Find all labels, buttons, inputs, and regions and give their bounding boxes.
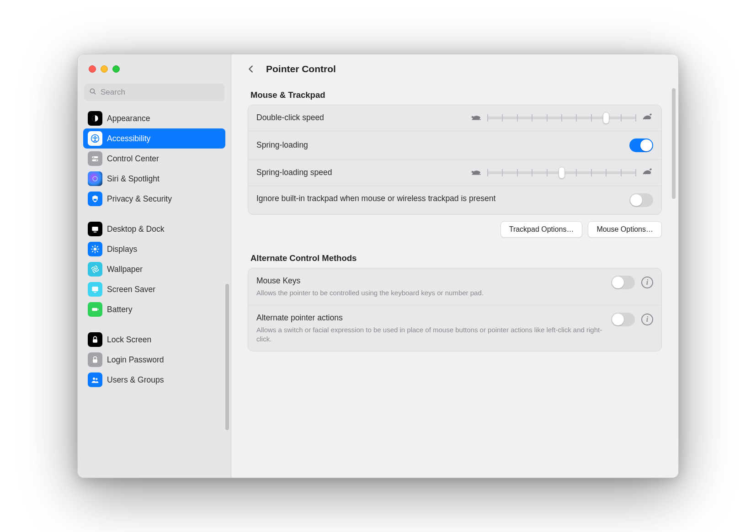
row-mouse-keys: Mouse Keys Allows the pointer to be cont… [248, 268, 661, 305]
sidebar-item-label: Wallpaper [107, 265, 143, 274]
spring-loading-toggle[interactable] [629, 138, 653, 152]
svg-rect-5 [92, 156, 98, 158]
ignore-trackpad-toggle[interactable] [629, 193, 653, 207]
displays-icon [88, 242, 102, 256]
search-field[interactable] [84, 84, 224, 101]
accessibility-icon [88, 131, 102, 146]
sidebar-item-lock-screen[interactable]: Lock Screen [83, 330, 225, 350]
sidebar-item-screen-saver[interactable]: Screen Saver [83, 279, 225, 299]
svg-rect-6 [92, 160, 98, 161]
sidebar-item-label: Lock Screen [107, 335, 151, 345]
back-button[interactable] [244, 62, 258, 76]
svg-rect-11 [94, 232, 97, 233]
sidebar-item-label: Accessibility [107, 134, 150, 144]
mouse-keys-toggle[interactable] [611, 276, 635, 289]
sidebar-item-displays[interactable]: Displays [83, 239, 225, 259]
svg-line-1 [94, 92, 96, 94]
content-scrollbar[interactable] [672, 88, 676, 199]
trackpad-options-button[interactable]: Trackpad Options… [500, 221, 583, 238]
svg-point-8 [96, 160, 97, 161]
svg-rect-25 [98, 309, 99, 310]
row-spring-loading: Spring-loading [248, 131, 661, 160]
alt-pointer-toggle[interactable] [611, 313, 635, 326]
sidebar-item-login-password[interactable]: Login Password [83, 350, 225, 370]
screensaver-icon [88, 282, 102, 297]
svg-point-30 [471, 116, 474, 118]
search-input[interactable] [101, 88, 220, 97]
sidebar-item-privacy-security[interactable]: Privacy & Security [83, 189, 225, 209]
login-icon [88, 352, 102, 367]
users-icon [88, 372, 102, 387]
svg-point-9 [93, 176, 97, 181]
svg-rect-10 [92, 227, 98, 231]
svg-point-7 [93, 157, 94, 158]
hare-icon [641, 167, 653, 178]
section-title-alt-control: Alternate Control Methods [250, 253, 662, 263]
main-pane: Pointer Control Mouse & Trackpad Double-… [231, 54, 678, 478]
tortoise-icon [470, 112, 482, 123]
mouse-options-button[interactable]: Mouse Options… [588, 221, 662, 238]
svg-line-18 [97, 251, 98, 252]
sidebar-item-label: Appearance [107, 114, 150, 123]
control-center-icon [88, 151, 102, 166]
privacy-icon [88, 192, 102, 206]
svg-rect-22 [92, 287, 98, 291]
wallpaper-icon [88, 262, 102, 277]
minimize-button[interactable] [101, 65, 108, 73]
page-header: Pointer Control [231, 54, 678, 84]
sidebar-item-label: Privacy & Security [107, 194, 172, 204]
row-label: Spring-loading speed [256, 167, 462, 178]
svg-point-31 [471, 171, 474, 173]
page-title: Pointer Control [266, 64, 336, 74]
sidebar-scrollbar[interactable] [225, 284, 229, 430]
sidebar-item-label: Desktop & Dock [107, 224, 164, 234]
hare-icon [641, 112, 653, 123]
panel-alt-control: Mouse Keys Allows the pointer to be cont… [248, 268, 662, 351]
settings-window: Appearance Accessibility Control Center [77, 54, 679, 478]
row-label: Alternate pointer actions Allows a switc… [256, 313, 603, 344]
sidebar-item-label: Battery [107, 305, 132, 314]
sidebar-item-label: Users & Groups [107, 375, 164, 385]
row-alternate-pointer-actions: Alternate pointer actions Allows a switc… [248, 305, 661, 351]
svg-point-21 [94, 268, 96, 271]
spring-loading-speed-slider[interactable] [470, 167, 653, 178]
svg-rect-24 [92, 308, 97, 311]
alt-pointer-info-button[interactable]: i [641, 314, 653, 325]
search-icon [89, 87, 97, 97]
svg-line-19 [92, 251, 93, 252]
svg-point-12 [94, 248, 97, 251]
desktop-icon [88, 222, 102, 236]
close-button[interactable] [89, 65, 96, 73]
section-title-mouse-trackpad: Mouse & Trackpad [250, 90, 662, 100]
sidebar-item-battery[interactable]: Battery [83, 299, 225, 319]
svg-rect-27 [93, 359, 97, 363]
sidebar-item-label: Siri & Spotlight [107, 174, 160, 184]
row-label: Double-click speed [256, 112, 462, 123]
sidebar-item-users-groups[interactable]: Users & Groups [83, 370, 225, 390]
lock-icon [88, 332, 102, 347]
sidebar-item-siri-spotlight[interactable]: Siri & Spotlight [83, 169, 225, 189]
row-ignore-trackpad: Ignore built-in trackpad when mouse or w… [248, 186, 661, 214]
sidebar: Appearance Accessibility Control Center [78, 54, 231, 478]
sidebar-item-wallpaper[interactable]: Wallpaper [83, 259, 225, 279]
sidebar-item-appearance[interactable]: Appearance [83, 108, 225, 128]
sidebar-item-accessibility[interactable]: Accessibility [83, 128, 225, 149]
svg-point-29 [96, 378, 97, 380]
svg-line-20 [97, 246, 98, 247]
double-click-speed-slider[interactable] [470, 112, 653, 123]
mouse-keys-info-button[interactable]: i [641, 277, 653, 288]
svg-point-4 [94, 136, 96, 137]
tortoise-icon [470, 167, 482, 178]
sidebar-item-desktop-dock[interactable]: Desktop & Dock [83, 219, 225, 239]
svg-point-0 [90, 89, 94, 93]
sidebar-item-control-center[interactable]: Control Center [83, 149, 225, 169]
sidebar-item-label: Displays [107, 245, 137, 254]
svg-line-17 [92, 246, 93, 247]
fullscreen-button[interactable] [112, 65, 120, 73]
row-spring-loading-speed: Spring-loading speed [248, 160, 661, 186]
panel-mouse-trackpad: Double-click speed [248, 105, 662, 215]
sidebar-item-label: Screen Saver [107, 285, 155, 294]
row-label: Mouse Keys Allows the pointer to be cont… [256, 276, 603, 298]
svg-rect-23 [94, 292, 96, 293]
sidebar-item-label: Login Password [107, 355, 164, 365]
